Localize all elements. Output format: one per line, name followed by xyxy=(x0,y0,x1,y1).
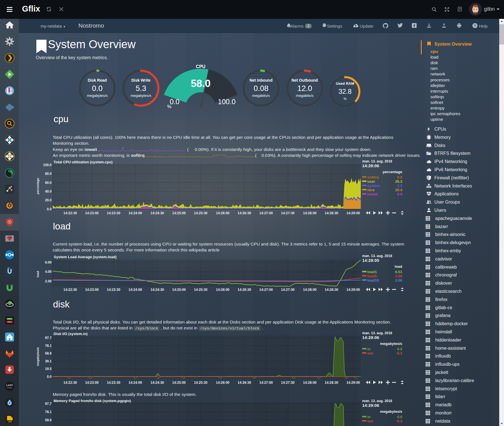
svg-text:librarian: librarian xyxy=(7,387,12,389)
svg-text:?: ? xyxy=(474,24,476,28)
svg-text:LAZY: LAZY xyxy=(6,384,13,387)
svg-text:Online: Online xyxy=(8,318,12,320)
svg-text:sab: sab xyxy=(8,420,12,423)
svg-text:Offline: Offline xyxy=(8,321,12,323)
